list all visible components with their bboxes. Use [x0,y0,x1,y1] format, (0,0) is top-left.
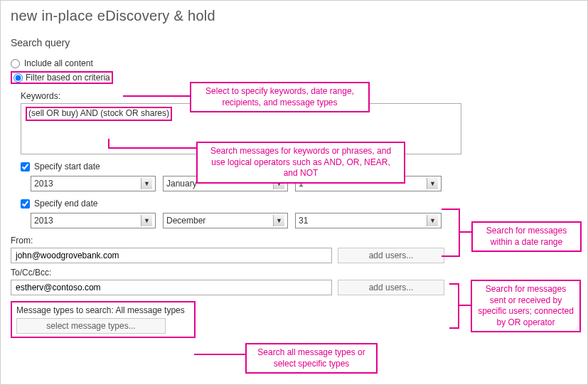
start-date-label: Specify start date [34,162,100,172]
msg-types-box: Message types to search: All message typ… [11,301,196,338]
start-year-value: 2013 [34,179,53,189]
annotation-criteria: Select to specify keywords, date range, … [190,82,370,112]
chevron-down-icon: ▼ [141,178,152,189]
end-month-value: December [166,216,205,226]
checkbox-start-date[interactable] [21,162,30,172]
chevron-down-icon: ▼ [273,215,284,226]
keywords-value: (sell OR buy) AND (stock OR shares) [26,107,172,121]
chevron-down-icon: ▼ [427,178,438,189]
annotation-msg-types: Search all message types or select speci… [245,343,378,374]
start-month-value: January [166,179,197,189]
from-input[interactable] [11,248,332,263]
end-year-value: 2013 [34,216,53,226]
section-heading-search-query: Search query [11,37,577,48]
radio-filter-criteria[interactable] [14,73,23,83]
page-title: new in-place eDiscovery & hold [11,8,577,24]
start-year-select[interactable]: 2013 ▼ [31,176,156,191]
radio-include-all-label: Include all content [24,58,93,68]
annotation-date-range: Search for messages within a date range [471,221,582,252]
end-month-select[interactable]: December ▼ [163,213,288,228]
checkbox-end-date[interactable] [21,199,30,209]
annotation-users: Search for messages sent or received by … [471,280,581,332]
add-users-tocc-button[interactable]: add users... [338,280,444,295]
tocc-input[interactable] [11,280,332,295]
end-year-select[interactable]: 2013 ▼ [31,213,156,228]
end-date-label: Specify end date [34,199,97,209]
end-day-value: 31 [299,216,308,226]
select-msg-types-button[interactable]: select message types... [16,318,166,334]
radio-include-all[interactable] [11,59,20,68]
msg-types-label: Message types to search: All message typ… [16,305,190,315]
tocc-label: To/Cc/Bcc: [11,268,577,278]
chevron-down-icon: ▼ [427,215,438,226]
add-users-from-button[interactable]: add users... [338,248,444,263]
annotation-keywords: Search messages for keywords or phrases,… [196,142,405,184]
chevron-down-icon: ▼ [141,215,152,226]
end-day-select[interactable]: 31 ▼ [295,213,442,228]
radio-filter-criteria-label: Filter based on criteria [26,73,110,83]
